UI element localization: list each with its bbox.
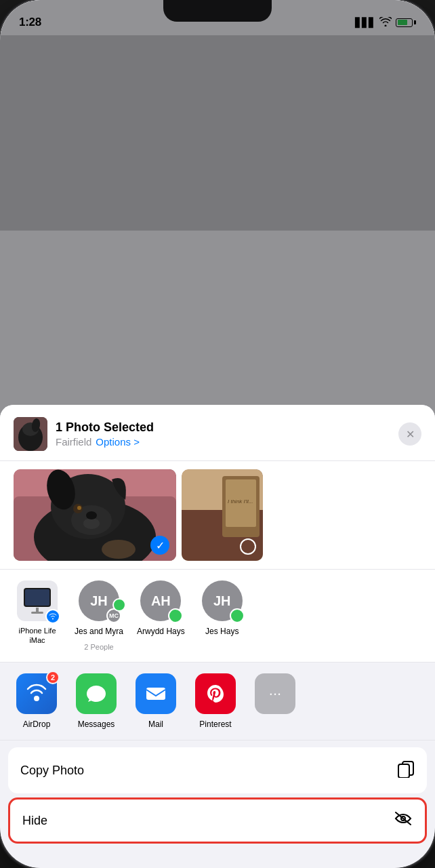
- more-app-icon: ···: [255, 673, 295, 714]
- share-sheet: 1 Photo Selected Fairfield Options > ✕: [0, 405, 435, 868]
- phone-screen: 1:28 ▋▋▋: [0, 0, 435, 868]
- copy-photo-row[interactable]: Copy Photo: [8, 747, 427, 793]
- close-button[interactable]: ✕: [398, 422, 421, 446]
- app-item-messages[interactable]: Messages: [73, 673, 119, 729]
- app-item-mail[interactable]: Mail: [133, 673, 179, 729]
- apps-row: 2 AirDrop Messages: [0, 663, 435, 741]
- airdrop-app-label: AirDrop: [23, 719, 51, 729]
- jes-hays-messages-badge: [230, 608, 245, 623]
- main-photo: ✓: [14, 469, 176, 561]
- app-item-more[interactable]: ···: [252, 673, 298, 729]
- svg-point-13: [86, 511, 97, 519]
- preview-photo-main[interactable]: ✓: [14, 469, 176, 561]
- mail-app-icon: [136, 673, 176, 714]
- copy-photo-label: Copy Photo: [20, 764, 84, 778]
- app-item-pinterest[interactable]: Pinterest: [192, 673, 239, 729]
- preview-photo-side[interactable]: I think I'll...: [182, 469, 263, 561]
- airdrop-app-icon: 2: [16, 673, 57, 714]
- imac-screen-icon: [24, 588, 51, 607]
- arwydd-initials: AH: [151, 593, 171, 609]
- messages-app-label: Messages: [78, 719, 115, 729]
- action-section: Copy Photo: [8, 747, 427, 793]
- messages-app-icon: [76, 673, 117, 714]
- svg-rect-23: [398, 764, 409, 778]
- contacts-row: iPhone LifeiMac JH MC Jes and Myra 2 Peo…: [0, 570, 435, 663]
- contact-name-jes-myra: Jes and Myra: [75, 627, 123, 637]
- contact-item-jes-myra[interactable]: JH MC Jes and Myra 2 People: [75, 580, 123, 651]
- share-subtitle: Fairfield Options >: [56, 436, 398, 448]
- arwydd-messages-badge: [168, 608, 183, 623]
- pinterest-app-icon: [195, 673, 236, 714]
- jes-hays-avatar: JH: [202, 580, 243, 621]
- share-location: Fairfield: [56, 436, 91, 448]
- svg-point-20: [34, 696, 39, 701]
- svg-point-12: [77, 506, 81, 510]
- mail-app-label: Mail: [148, 719, 163, 729]
- airdrop-badge-count: 2: [46, 671, 60, 684]
- contact-item-arwydd[interactable]: AH Arwydd Hays: [137, 580, 185, 651]
- jes-myra-initials: JH: [90, 593, 108, 609]
- contact-name-imac: iPhone LifeiMac: [18, 627, 56, 644]
- messages-indicator: [112, 598, 126, 612]
- photo-preview-strip: ✓ I think I'll...: [0, 461, 435, 570]
- svg-point-10: [83, 518, 100, 529]
- imac-avatar: [17, 580, 58, 621]
- share-info: 1 Photo Selected Fairfield Options >: [56, 420, 398, 448]
- contact-name-jes-hays: Jes Hays: [205, 627, 239, 637]
- svg-text:I think I'll...: I think I'll...: [228, 498, 253, 505]
- svg-rect-21: [146, 688, 165, 700]
- copy-photo-icon: [397, 759, 415, 782]
- contact-item-imac[interactable]: iPhone LifeiMac: [14, 580, 61, 651]
- share-thumbnail: [14, 417, 47, 451]
- hide-row-highlight: Hide: [8, 797, 427, 844]
- hide-label: Hide: [22, 814, 47, 828]
- hide-icon: [394, 811, 413, 830]
- contact-subname-jes-myra: 2 People: [84, 643, 113, 651]
- phone-frame: 1:28 ▋▋▋: [0, 0, 435, 868]
- share-title: 1 Photo Selected: [56, 420, 398, 435]
- jes-hays-initials: JH: [213, 593, 231, 609]
- arwydd-avatar: AH: [140, 580, 181, 621]
- share-header: 1 Photo Selected Fairfield Options > ✕: [0, 405, 435, 461]
- app-item-airdrop[interactable]: 2 AirDrop: [14, 673, 60, 729]
- share-options-link[interactable]: Options >: [96, 436, 140, 448]
- contact-item-jes-hays[interactable]: JH Jes Hays: [199, 580, 246, 651]
- svg-point-14: [102, 540, 136, 559]
- jes-myra-avatar: JH MC: [79, 580, 119, 621]
- airdrop-badge-icon: [45, 609, 60, 624]
- side-photo: I think I'll...: [182, 469, 263, 561]
- pinterest-app-label: Pinterest: [199, 719, 231, 729]
- contact-name-arwydd: Arwydd Hays: [137, 627, 185, 637]
- hide-row[interactable]: Hide: [10, 800, 425, 842]
- imac-base: [31, 612, 43, 614]
- thumbnail-image: [14, 417, 47, 451]
